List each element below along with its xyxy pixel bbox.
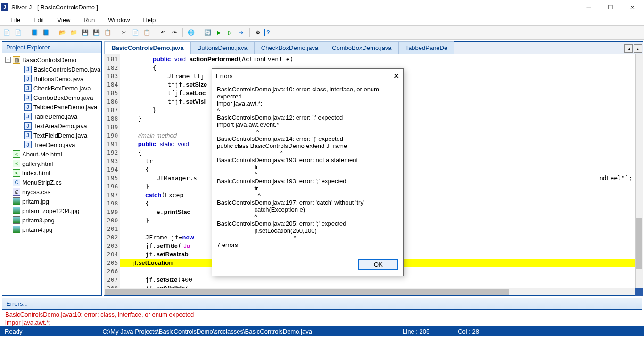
tree-label: mycss.css [22, 188, 50, 196]
menu-window[interactable]: Window [101, 15, 136, 25]
minimize-button[interactable]: ─ [578, 0, 600, 14]
tree-item[interactable]: ∅mycss.css [3, 187, 100, 197]
open-folder-icon[interactable]: 📂 [58, 28, 67, 37]
dialog-titlebar[interactable]: Errors ✕ [212, 69, 403, 83]
tree-item[interactable]: <index.html [3, 168, 100, 178]
collapse-icon[interactable]: − [5, 57, 11, 63]
tree-item[interactable]: pritam_zope1234.jpg [3, 206, 100, 215]
new-package-icon[interactable]: 📘 [41, 28, 50, 37]
java-file-icon: J [24, 94, 32, 101]
errors-dialog: Errors ✕ BasicControlsDemo.java:10: erro… [212, 68, 404, 276]
menu-file[interactable]: File [4, 15, 27, 25]
paste-icon[interactable]: 📋 [142, 28, 151, 37]
new-file-icon[interactable]: 📄 [13, 28, 23, 37]
tree-label: MenuStripZ.cs [22, 179, 62, 186]
dialog-body: BasicControlsDemo.java:10: error: class,… [212, 83, 403, 255]
java-file-icon: J [24, 66, 32, 73]
tree-label: pritam4.jpg [22, 226, 52, 233]
project-explorer-header: Project Explorer [2, 42, 101, 53]
settings-icon[interactable]: ⚙ [253, 28, 263, 37]
image-file-icon [13, 216, 20, 224]
error-line: impor java.awt.*; [5, 319, 639, 327]
undo-icon[interactable]: ↶ [158, 28, 168, 37]
maximize-button[interactable]: ☐ [600, 0, 621, 14]
open-icon[interactable]: 📁 [69, 28, 78, 37]
tree-item[interactable]: pritam.jpg [3, 197, 100, 206]
tree-label: gallery.html [22, 160, 53, 167]
tab-scroll-right-icon[interactable]: ▸ [634, 44, 642, 53]
properties-icon[interactable]: 📋 [103, 28, 112, 37]
html-file-icon: < [13, 150, 20, 158]
dialog-close-icon[interactable]: ✕ [393, 72, 399, 81]
new-class-icon[interactable]: 📘 [30, 28, 39, 37]
tree-item[interactable]: JTableDemo.java [3, 112, 100, 121]
tree-label: index.html [22, 170, 50, 177]
tree-item[interactable]: <gallery.html [3, 159, 100, 168]
tree-label: ComboBoxDemo.java [33, 94, 93, 101]
scrollbar-thumb[interactable] [636, 218, 642, 269]
image-file-icon [13, 226, 20, 233]
cut-icon[interactable]: ✂ [119, 28, 129, 37]
tree-label: TableDemo.java [33, 113, 77, 120]
toolbar: 📄 📄 📘 📘 📂 📁 💾 💾 📋 ✂ 📄 📋 ↶ ↷ 🌐 🔄 ▶ ▷ ➔ ⚙ … [0, 25, 644, 40]
status-ready: Ready [5, 328, 23, 335]
tab-basiccontrolsdemo[interactable]: BasicControlsDemo.java [104, 41, 190, 54]
scrollbar-thumb[interactable] [105, 289, 509, 295]
close-button[interactable]: ✕ [621, 0, 643, 14]
tab-buttonsdemo[interactable]: ButtonsDemo.java [190, 41, 255, 54]
tree-label: pritam3.png [22, 217, 55, 224]
tab-comboboxdemo[interactable]: ComboBoxDemo.java [325, 41, 398, 54]
tree-item[interactable]: CMenuStripZ.cs [3, 178, 100, 187]
editor-tabstrip: BasicControlsDemo.java ButtonsDemo.java … [104, 42, 643, 54]
tree-item[interactable]: pritam3.png [3, 215, 100, 225]
tree-label: TreeDemo.java [33, 141, 75, 148]
refresh-icon[interactable]: 🔄 [203, 28, 212, 37]
java-file-icon: J [24, 75, 32, 82]
save-all-icon[interactable]: 💾 [91, 28, 101, 37]
tree-project-root[interactable]: − ▥ BasicControlsDemo [3, 55, 100, 65]
tree-item[interactable]: JBasicControlsDemo.java [3, 65, 100, 74]
menu-edit[interactable]: Edit [27, 15, 50, 25]
tree-item[interactable]: JCheckBoxDemo.java [3, 83, 100, 93]
status-line: Line : 205 [403, 328, 429, 335]
web-icon[interactable]: 🌐 [186, 28, 196, 37]
menu-help[interactable]: Help [136, 15, 162, 25]
menu-run[interactable]: Run [77, 15, 101, 25]
menubar: File Edit View Run Window Help [0, 14, 644, 25]
scroll-corner-icon [635, 288, 643, 296]
new-project-icon[interactable]: 📄 [2, 28, 11, 37]
tree-label: About-Me.html [22, 151, 62, 158]
step-icon[interactable]: ➔ [237, 28, 246, 37]
tab-tabbedpanedemo[interactable]: TabbedPaneDe [398, 41, 455, 54]
tree-item[interactable]: JTabbedPaneDemo.java [3, 102, 100, 112]
html-file-icon: < [13, 169, 20, 177]
errors-body: BasicControlsDemo.java:10: error: class,… [2, 310, 642, 328]
redo-icon[interactable]: ↷ [170, 28, 179, 37]
project-tree[interactable]: − ▥ BasicControlsDemo JBasicControlsDemo… [2, 53, 101, 295]
tree-item[interactable]: JTreeDemo.java [3, 140, 100, 149]
save-icon[interactable]: 💾 [80, 28, 90, 37]
tree-item[interactable]: JTextFieldDemo.java [3, 131, 100, 140]
tree-item[interactable]: JTextAreaDemo.java [3, 121, 100, 131]
vertical-scrollbar[interactable] [635, 54, 643, 288]
java-file-icon: J [24, 131, 32, 139]
tab-checkboxdemo[interactable]: CheckBoxDemo.java [254, 41, 325, 54]
dialog-ok-button[interactable]: OK [358, 259, 398, 270]
tree-label: pritam_zope1234.jpg [22, 207, 79, 214]
tree-item[interactable]: <About-Me.html [3, 149, 100, 159]
tree-item[interactable]: JButtonsDemo.java [3, 74, 100, 83]
tree-item[interactable]: pritam4.jpg [3, 225, 100, 234]
debug-icon[interactable]: ▷ [225, 28, 235, 37]
errors-panel: Errors... BasicControlsDemo.java:10: err… [2, 298, 642, 324]
status-col: Col : 28 [458, 328, 479, 335]
tab-scroll-left-icon[interactable]: ◂ [624, 44, 633, 53]
run-icon[interactable]: ▶ [214, 28, 223, 37]
menu-view[interactable]: View [50, 15, 77, 25]
error-line: BasicControlsDemo.java:10: error: class,… [5, 311, 639, 319]
java-file-icon: J [24, 122, 32, 130]
help-icon[interactable]: ? [264, 29, 272, 36]
copy-icon[interactable]: 📄 [131, 28, 140, 37]
project-icon: ▥ [13, 56, 20, 64]
tree-item[interactable]: JComboBoxDemo.java [3, 93, 100, 102]
horizontal-scrollbar[interactable] [104, 288, 643, 295]
